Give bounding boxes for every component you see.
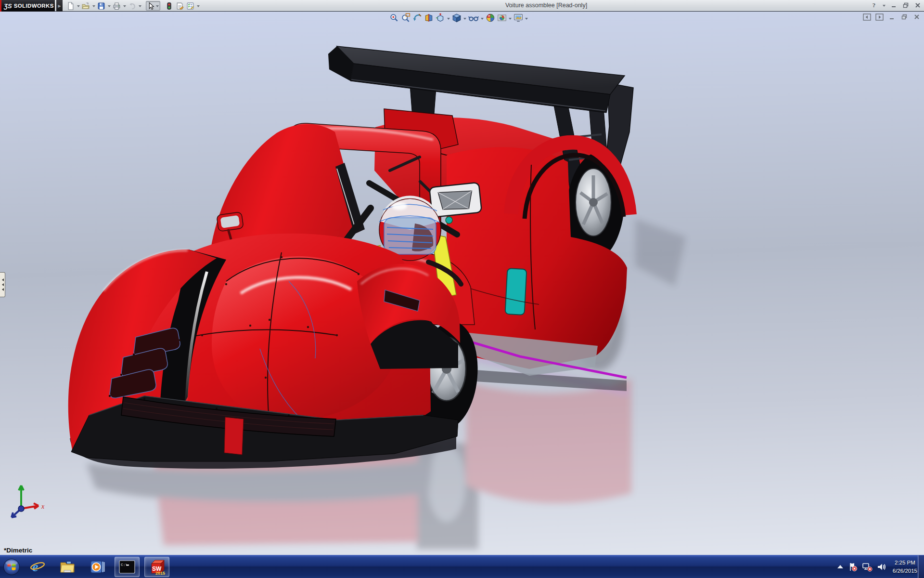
feature-manager-collapsed-tab[interactable]	[0, 272, 5, 297]
titlebar: ƷS SOLIDWORKS ▶	[0, 0, 924, 12]
previous-view-icon	[412, 13, 422, 23]
save-button[interactable]	[96, 1, 106, 11]
view-orientation-icon	[436, 13, 445, 23]
zoom-to-area-button[interactable]	[400, 13, 411, 23]
open-icon	[82, 2, 90, 10]
previous-view-button[interactable]	[412, 13, 423, 23]
section-view-icon	[424, 13, 434, 23]
zoom-to-area-icon	[401, 13, 411, 23]
save-icon	[97, 2, 105, 10]
next-window-icon[interactable]	[875, 13, 884, 21]
taskbar-item-windows-explorer[interactable]	[55, 557, 80, 577]
edit-appearance-icon	[486, 13, 495, 23]
graphics-viewport[interactable]: x *Dimetric	[0, 12, 924, 555]
rebuild-traffic-light-icon	[165, 2, 173, 10]
new-document-icon	[66, 2, 75, 10]
start-button[interactable]	[1, 556, 22, 578]
action-center-flag-icon[interactable]	[848, 562, 858, 572]
solidworks-icon-year: 2015	[155, 571, 165, 576]
select-cursor-icon	[147, 2, 155, 10]
clock-date: 6/26/2015	[893, 567, 917, 575]
view-settings-icon	[513, 13, 523, 23]
window-controls: ?	[870, 1, 922, 10]
desktop: ƷS SOLIDWORKS ▶	[0, 0, 924, 578]
undo-dropdown[interactable]	[138, 2, 142, 10]
triad-x-label: x	[41, 503, 45, 510]
side-mirror[interactable]	[217, 212, 244, 232]
hide-show-items-button[interactable]	[468, 13, 479, 23]
display-style-button[interactable]	[451, 13, 462, 23]
heads-up-view-toolbar	[389, 13, 528, 23]
solidworks-logo-mark-icon: ƷS	[4, 2, 12, 10]
taskbar-item-internet-explorer[interactable]: e	[25, 557, 50, 577]
new-document-dropdown[interactable]	[76, 2, 80, 10]
hide-show-items-icon	[468, 13, 479, 23]
windows-start-icon	[2, 558, 21, 576]
taskbar-item-solidworks[interactable]: SW 2015	[144, 557, 169, 577]
clock-time: 2:25 PM	[893, 559, 917, 567]
taskbar-item-command-prompt[interactable]: C:\	[115, 557, 140, 577]
zoom-to-fit-button[interactable]	[389, 13, 399, 23]
system-tray: 2:25 PM 6/26/2015	[837, 555, 917, 578]
restore-icon[interactable]	[901, 1, 910, 10]
edit-appearance-button[interactable]	[485, 13, 496, 23]
minimize-icon[interactable]	[889, 1, 898, 10]
open-dropdown[interactable]	[91, 2, 96, 10]
menu-flyout-arrow-icon[interactable]: ▶	[56, 0, 63, 12]
print-icon	[113, 2, 121, 10]
open-button[interactable]	[81, 1, 91, 11]
media-player-icon	[89, 559, 105, 575]
volume-icon[interactable]	[877, 562, 886, 572]
show-hidden-icons-button[interactable]	[837, 565, 844, 569]
undo-button[interactable]	[127, 1, 137, 11]
display-style-dropdown[interactable]	[463, 14, 467, 21]
apply-scene-dropdown[interactable]	[508, 14, 512, 21]
air-intake[interactable]	[429, 183, 482, 217]
save-dropdown[interactable]	[107, 2, 111, 10]
new-document-button[interactable]	[65, 1, 76, 11]
view-orientation-button[interactable]	[435, 13, 446, 23]
options-icon	[186, 2, 194, 10]
command-prompt-icon: C:\	[118, 560, 136, 574]
apply-scene-button[interactable]	[497, 13, 507, 23]
solidworks-logo-text: SOLIDWORKS	[14, 3, 54, 9]
apply-scene-icon	[497, 13, 507, 23]
window-title: Voiture assomblee [Read-only]	[505, 2, 587, 9]
options-button[interactable]	[185, 1, 195, 11]
svg-text:e: e	[32, 559, 38, 574]
reference-triad: x	[5, 479, 53, 527]
taskbar-clock[interactable]: 2:25 PM 6/26/2015	[893, 559, 917, 576]
previous-window-icon[interactable]	[862, 13, 871, 21]
network-status-icon[interactable]	[862, 562, 873, 572]
hide-show-items-dropdown[interactable]	[480, 14, 484, 21]
view-settings-dropdown[interactable]	[525, 14, 528, 21]
document-window-controls	[862, 13, 921, 21]
close-icon[interactable]	[913, 1, 922, 10]
print-button[interactable]	[112, 1, 122, 11]
taskbar: e	[0, 555, 924, 578]
print-dropdown[interactable]	[122, 2, 127, 10]
help-dropdown[interactable]	[882, 1, 886, 9]
file-properties-icon	[176, 2, 184, 10]
taskbar-item-media-player[interactable]	[85, 557, 110, 577]
model-render[interactable]	[0, 12, 924, 555]
select-dropdown[interactable]	[155, 2, 159, 10]
view-orientation-dropdown[interactable]	[447, 14, 450, 21]
show-desktop-button[interactable]	[918, 555, 924, 578]
minimize-document-icon[interactable]	[887, 13, 896, 21]
restore-document-icon[interactable]	[900, 13, 909, 21]
select-button[interactable]	[146, 1, 160, 11]
rebuild-button[interactable]	[164, 1, 174, 11]
file-properties-button[interactable]	[175, 1, 185, 11]
close-document-icon[interactable]	[912, 13, 921, 21]
view-orientation-label: *Dimetric	[4, 547, 32, 554]
options-dropdown[interactable]	[196, 2, 200, 10]
view-settings-button[interactable]	[513, 13, 524, 23]
folder-icon	[59, 559, 76, 575]
help-icon[interactable]: ?	[870, 1, 878, 10]
undo-icon	[128, 2, 136, 10]
zoom-to-fit-icon	[389, 13, 399, 23]
section-view-button[interactable]	[424, 13, 434, 23]
taskbar-items: e	[25, 557, 169, 577]
display-style-icon	[452, 13, 462, 23]
